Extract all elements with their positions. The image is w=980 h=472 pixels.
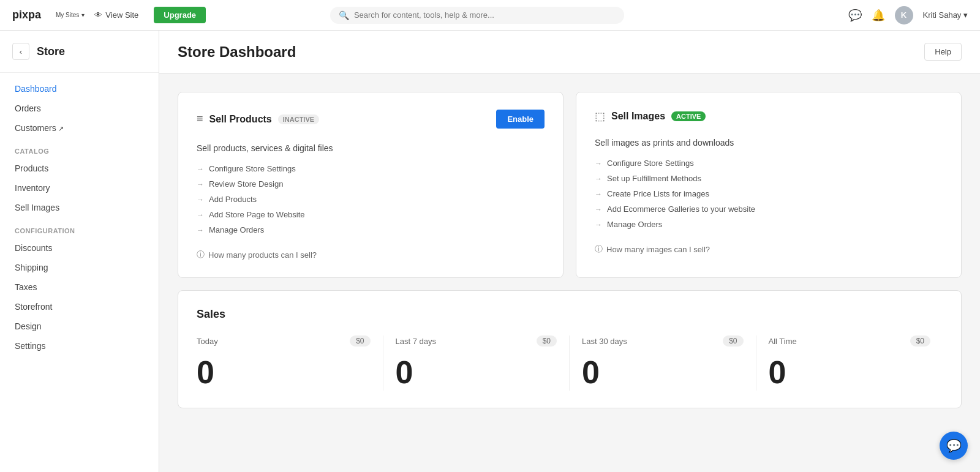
sidebar-item-shipping[interactable]: Shipping [0, 258, 159, 277]
arrow-right-icon: → [595, 190, 602, 198]
sales-7days-value: 0 [396, 354, 413, 391]
sell-products-card: ≡ Sell Products INACTIVE Enable Sell pro… [178, 92, 564, 278]
sales-today-badge: $0 [350, 335, 370, 347]
sidebar-back-button[interactable]: ‹ [12, 43, 29, 60]
sales-7days: Last 7 days $0 0 [383, 335, 570, 391]
sales-7days-badge: $0 [537, 335, 557, 347]
sales-alltime-header: All Time $0 [769, 335, 931, 347]
chevron-left-icon: ‹ [20, 47, 22, 56]
eye-icon: 👁 [94, 10, 102, 20]
sidebar-item-taxes[interactable]: Taxes [0, 277, 159, 297]
sidebar-item-settings[interactable]: Settings [0, 336, 159, 356]
list-item[interactable]: →Set up Fulfillment Methods [595, 174, 943, 183]
sales-30days-label: Last 30 days [582, 337, 627, 346]
main-content: Store Dashboard Help ≡ Sell Products INA… [159, 31, 980, 472]
sales-today-value: 0 [197, 354, 214, 391]
list-item[interactable]: →Configure Store Settings [197, 164, 545, 173]
sidebar-item-discounts[interactable]: Discounts [0, 238, 159, 258]
sales-today-label: Today [197, 337, 218, 346]
logo: pixpa [12, 9, 41, 21]
notifications-icon[interactable]: 🔔 [872, 9, 885, 22]
sidebar-item-design[interactable]: Design [0, 317, 159, 336]
sell-products-title-row: ≡ Sell Products INACTIVE [197, 113, 319, 125]
arrow-right-icon: → [197, 211, 204, 219]
sidebar: ‹ Store Dashboard Orders Customers CATAL… [0, 31, 159, 472]
sidebar-store-header: ‹ Store [0, 43, 159, 73]
sidebar-item-inventory[interactable]: Inventory [0, 178, 159, 198]
sales-title: Sales [197, 308, 943, 321]
arrow-right-icon: → [595, 220, 602, 229]
sell-images-card-header: ⬚ Sell Images ACTIVE [595, 110, 943, 123]
page-title: Store Dashboard [178, 43, 296, 61]
list-item[interactable]: →Add Store Page to Website [197, 210, 545, 219]
info-icon: ⓘ [197, 249, 205, 260]
sales-alltime-badge: $0 [910, 335, 930, 347]
sidebar-store-title: Store [37, 45, 65, 58]
sales-30days: Last 30 days $0 0 [570, 335, 756, 391]
chevron-down-icon: ▾ [81, 12, 85, 18]
sidebar-item-dashboard[interactable]: Dashboard [0, 79, 159, 99]
view-site-label: View Site [105, 10, 138, 20]
sales-7days-header: Last 7 days $0 [396, 335, 557, 347]
upgrade-button[interactable]: Upgrade [154, 7, 206, 23]
app-layout: ‹ Store Dashboard Orders Customers CATAL… [0, 31, 980, 472]
sales-alltime-label: All Time [769, 337, 797, 346]
avatar[interactable]: K [895, 6, 913, 24]
store-cards-row: ≡ Sell Products INACTIVE Enable Sell pro… [178, 92, 962, 278]
sales-today-header: Today $0 [197, 335, 371, 347]
sell-images-description: Sell images as prints and downloads [595, 138, 943, 148]
list-item[interactable]: →Manage Orders [197, 225, 545, 234]
sales-30days-badge: $0 [723, 335, 743, 347]
info-icon: ⓘ [595, 244, 603, 255]
sidebar-item-products[interactable]: Products [0, 159, 159, 178]
arrow-right-icon: → [197, 226, 204, 234]
list-item[interactable]: →Review Store Design [197, 179, 545, 189]
sales-30days-header: Last 30 days $0 [582, 335, 744, 347]
sidebar-item-storefront[interactable]: Storefront [0, 297, 159, 317]
sell-products-footer-link[interactable]: ⓘ How many products can I sell? [197, 249, 545, 260]
sales-today: Today $0 0 [197, 335, 383, 391]
sell-images-footer-link[interactable]: ⓘ How many images can I sell? [595, 244, 943, 255]
topnav-right-controls: 💬 🔔 K Kriti Sahay ▾ [848, 6, 968, 24]
list-item[interactable]: →Create Price Lists for images [595, 189, 943, 198]
list-item[interactable]: →Configure Store Settings [595, 159, 943, 168]
list-item[interactable]: →Add Products [197, 195, 545, 204]
sell-products-title: Sell Products [209, 114, 272, 125]
sell-images-card: ⬚ Sell Images ACTIVE Sell images as prin… [576, 92, 962, 278]
sell-products-links: →Configure Store Settings →Review Store … [197, 164, 545, 234]
chat-bubble-button[interactable]: 💬 [940, 432, 968, 460]
sidebar-section-configuration: CONFIGURATION [0, 217, 159, 238]
sell-products-enable-button[interactable]: Enable [496, 110, 545, 129]
sales-30days-value: 0 [582, 354, 600, 391]
my-sites-label: My Sites [56, 12, 79, 18]
search-bar[interactable]: 🔍 [330, 7, 624, 24]
search-icon: 🔍 [339, 10, 349, 20]
image-icon: ⬚ [595, 110, 605, 123]
sales-grid: Today $0 0 Last 7 days $0 0 Last 30 days [197, 335, 943, 391]
list-item[interactable]: →Add Ecommerce Galleries to your website [595, 204, 943, 214]
sell-products-card-header: ≡ Sell Products INACTIVE Enable [197, 110, 545, 129]
search-input[interactable] [354, 10, 616, 20]
chat-icon[interactable]: 💬 [848, 9, 862, 22]
sales-alltime: All Time $0 0 [756, 335, 943, 391]
chat-bubble-icon: 💬 [946, 438, 962, 453]
arrow-right-icon: → [595, 205, 602, 214]
my-sites-menu[interactable]: My Sites ▾ [53, 12, 85, 18]
arrow-right-icon: → [197, 180, 204, 189]
sidebar-item-orders[interactable]: Orders [0, 99, 159, 118]
sidebar-item-sell-images[interactable]: Sell Images [0, 198, 159, 217]
username[interactable]: Kriti Sahay ▾ [923, 10, 968, 20]
arrow-right-icon: → [197, 165, 204, 173]
arrow-right-icon: → [595, 159, 602, 168]
top-navigation: pixpa My Sites ▾ 👁 View Site Upgrade 🔍 💬… [0, 0, 980, 31]
sell-images-footer-text: How many images can I sell? [606, 245, 710, 254]
layers-icon: ≡ [197, 113, 203, 125]
sell-products-footer-text: How many products can I sell? [208, 250, 317, 260]
list-item[interactable]: →Manage Orders [595, 220, 943, 229]
sell-images-title-row: ⬚ Sell Images ACTIVE [595, 110, 706, 123]
view-site-link[interactable]: 👁 View Site [94, 10, 141, 20]
sell-images-title: Sell Images [611, 111, 665, 122]
sidebar-item-customers[interactable]: Customers [0, 118, 159, 138]
help-button[interactable]: Help [924, 43, 962, 61]
sell-images-links: →Configure Store Settings →Set up Fulfil… [595, 159, 943, 229]
